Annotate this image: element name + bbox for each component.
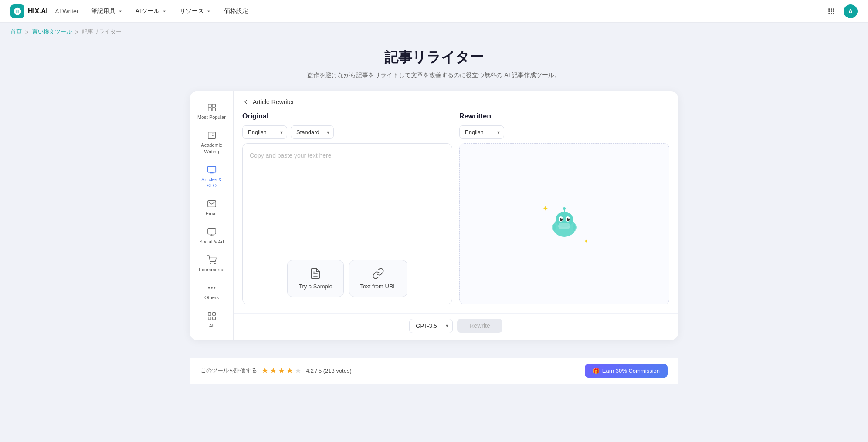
rewrite-button[interactable]: Rewrite <box>457 319 502 333</box>
earn-commission-button[interactable]: 🎁 Earn 30% Commission <box>585 364 668 378</box>
svg-rect-13 <box>212 317 215 320</box>
gpt-select[interactable]: GPT-3.5 GPT-4 <box>409 319 453 333</box>
output-language-select[interactable]: English Japanese Spanish <box>459 125 504 139</box>
svg-point-20 <box>560 218 563 221</box>
gpt-select-wrapper[interactable]: GPT-3.5 GPT-4 <box>409 319 453 333</box>
header-left: HIX.AI AI Writer 筆記用具 AIツール リソース <box>10 4 254 18</box>
avatar[interactable]: A <box>844 4 858 18</box>
logo-divider <box>51 7 51 16</box>
grid-icon <box>207 103 217 112</box>
document-icon <box>309 267 322 280</box>
sparkle-top-left: ✦ <box>542 204 548 213</box>
svg-point-21 <box>567 218 570 221</box>
star-4: ★ <box>286 366 293 375</box>
sidebar-item-social-ad[interactable]: Social & Ad <box>193 223 231 249</box>
breadcrumb-sep1: > <box>25 29 29 35</box>
language-select[interactable]: English Japanese Spanish <box>242 125 287 139</box>
try-sample-button[interactable]: Try a Sample <box>287 260 344 297</box>
breadcrumb-paraphrase[interactable]: 言い換えツール <box>32 28 72 36</box>
url-label: Text from URL <box>360 283 396 290</box>
svg-point-28 <box>573 224 577 231</box>
svg-point-23 <box>568 218 569 219</box>
link-icon <box>372 267 384 280</box>
hero-section: 記事リライター 盗作を避けながら記事をリライトして文章を改善するのに役立つ無料の… <box>0 41 868 91</box>
mail-icon <box>207 199 217 209</box>
svg-point-9 <box>214 287 215 289</box>
original-controls: English Japanese Spanish Standard Formal… <box>242 125 452 139</box>
try-sample-label: Try a Sample <box>299 283 332 290</box>
style-select[interactable]: Standard Formal Casual <box>291 125 334 139</box>
text-placeholder: Copy and paste your text here <box>250 151 445 160</box>
chevron-down-icon <box>206 8 212 14</box>
back-arrow-icon <box>242 98 249 105</box>
stars-container: ★ ★ ★ ★ ★ <box>261 366 302 375</box>
nav-item-pricing[interactable]: 価格設定 <box>219 5 254 18</box>
svg-rect-10 <box>208 312 210 315</box>
star-3: ★ <box>278 366 285 375</box>
hero-description: 盗作を避けながら記事をリライトして文章を改善するのに役立つ無料の AI 記事作成… <box>10 71 858 79</box>
style-select-wrapper[interactable]: Standard Formal Casual <box>291 125 334 139</box>
svg-rect-2 <box>208 108 211 111</box>
bottom-bar: GPT-3.5 GPT-4 Rewrite <box>234 313 678 340</box>
svg-rect-1 <box>212 104 215 107</box>
star-5: ★ <box>295 366 302 375</box>
breadcrumb: 首頁 > 言い換えツール > 記事リライター <box>0 23 868 41</box>
sidebar-label-all: All <box>209 323 214 329</box>
tool-content: Article Rewriter Original English Japane… <box>234 91 678 340</box>
breadcrumb-sep2: > <box>75 29 79 35</box>
sidebar-item-email[interactable]: Email <box>193 195 231 221</box>
svg-point-6 <box>214 263 215 264</box>
nav-label-tools: AIツール <box>136 7 159 15</box>
svg-rect-12 <box>208 317 210 320</box>
original-text-panel: Copy and paste your text here <box>242 143 452 304</box>
nav-item-resources[interactable]: リソース <box>174 5 217 18</box>
svg-rect-11 <box>212 312 215 315</box>
tool-title: Article Rewriter <box>253 98 294 105</box>
chevron-down-icon <box>117 8 123 14</box>
original-panel: Original English Japanese Spanish <box>242 112 452 304</box>
language-select-wrapper[interactable]: English Japanese Spanish <box>242 125 287 139</box>
gift-icon: 🎁 <box>593 368 600 374</box>
sidebar-item-all[interactable]: All <box>193 307 231 333</box>
text-from-url-button[interactable]: Text from URL <box>349 260 407 297</box>
nav-item-tools[interactable]: AIツール <box>130 5 173 18</box>
sparkle-bottom-right: ✦ <box>584 238 588 244</box>
sidebar-label-others: Others <box>204 294 219 300</box>
output-language-select-wrapper[interactable]: English Japanese Spanish <box>459 125 504 139</box>
grid-icon[interactable] <box>824 4 838 18</box>
cart-icon <box>207 255 217 265</box>
header-right: A <box>824 4 858 18</box>
breadcrumb-home[interactable]: 首頁 <box>10 28 22 36</box>
nav-item-writing[interactable]: 筆記用具 <box>86 5 129 18</box>
svg-point-8 <box>211 287 213 289</box>
sidebar: Most Popular Academic Writing Articles &… <box>190 91 234 340</box>
nav-label-writing: 筆記用具 <box>91 7 115 15</box>
rewritten-panel-title: Rewritten <box>459 112 669 120</box>
rating-score-text: 4.2 / 5 (213 votes) <box>306 368 352 374</box>
sidebar-item-ecommerce[interactable]: Ecommerce <box>193 251 231 277</box>
sidebar-item-others[interactable]: Others <box>193 279 231 305</box>
sample-buttons-row: Try a Sample Text from URL <box>243 253 452 304</box>
svg-rect-0 <box>208 104 211 107</box>
sidebar-item-most-popular[interactable]: Most Popular <box>193 98 231 125</box>
sidebar-label-academic: Academic Writing <box>196 142 227 155</box>
tool-back-nav[interactable]: Article Rewriter <box>234 91 678 105</box>
rating-bar: このツールを評価する ★ ★ ★ ★ ★ 4.2 / 5 (213 votes)… <box>190 358 678 384</box>
sidebar-item-articles-seo[interactable]: Articles & SEO <box>193 161 231 193</box>
dots-icon <box>207 283 217 293</box>
rating-section: このツールを評価する ★ ★ ★ ★ ★ 4.2 / 5 (213 votes) <box>200 366 352 375</box>
mascot-robot-icon <box>547 206 582 241</box>
hix-logo-svg <box>13 7 22 16</box>
rewritten-content-panel: ✦ <box>459 143 669 304</box>
svg-rect-4 <box>207 229 215 234</box>
svg-point-5 <box>210 263 211 264</box>
logo-sub: AI Writer <box>55 8 78 15</box>
editor-area: Original English Japanese Spanish <box>234 105 678 313</box>
rewritten-panel: Rewritten English Japanese Spanish <box>459 112 669 304</box>
nav-label-pricing: 価格設定 <box>224 7 248 15</box>
sidebar-label-email: Email <box>206 210 218 216</box>
header: HIX.AI AI Writer 筆記用具 AIツール リソース <box>0 0 868 23</box>
star-1: ★ <box>261 366 268 375</box>
main-nav: 筆記用具 AIツール リソース 価格設定 <box>86 5 254 18</box>
sidebar-item-academic-writing[interactable]: Academic Writing <box>193 126 231 159</box>
